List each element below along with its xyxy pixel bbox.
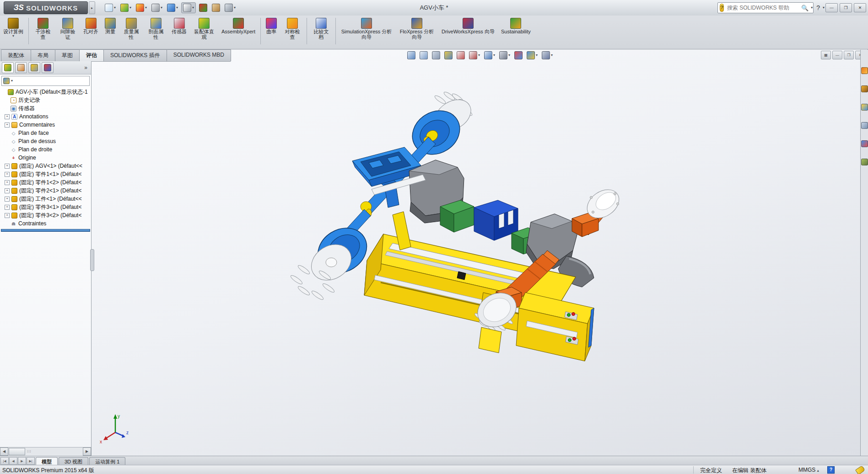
panel-splitter-grip[interactable] — [90, 249, 94, 271]
doc-window-menu-button[interactable]: ▦ — [821, 51, 831, 59]
rollback-bar[interactable] — [1, 229, 90, 232]
filter-caret[interactable]: ▾ — [11, 79, 13, 83]
undo-button[interactable]: ▾ — [166, 3, 179, 13]
featuremanager-tab[interactable] — [2, 62, 14, 73]
appearances-scenes-tab[interactable] — [861, 140, 868, 149]
expander-icon[interactable]: + — [5, 122, 10, 128]
zoom-to-area-button[interactable] — [420, 51, 428, 59]
tab-layout[interactable]: 布局 — [31, 49, 55, 61]
tree-item-plan-de-droite[interactable]: ◇Plan de droite — [0, 145, 91, 154]
view-orientation-caret[interactable]: ▾ — [478, 53, 480, 57]
print-document-button[interactable]: ▾ — [150, 3, 164, 13]
hide-show-items-caret[interactable]: ▾ — [508, 53, 510, 57]
next-tab-button[interactable]: ▶ — [18, 457, 26, 465]
tab-sketch[interactable]: 草图 — [55, 49, 80, 61]
tree-item-plan-de-dessus[interactable]: ◇Plan de dessus — [0, 137, 91, 145]
help-search-input[interactable] — [726, 4, 799, 11]
view-settings-caret[interactable]: ▾ — [551, 53, 553, 57]
scroll-left-button[interactable]: ◀ — [0, 447, 8, 456]
expander-icon[interactable]: + — [5, 172, 10, 177]
expander-icon[interactable]: + — [5, 114, 10, 119]
tree-item-sensors[interactable]: ◉传感器 — [0, 104, 91, 112]
help-caret[interactable]: ▾ — [823, 6, 825, 10]
bottom-tab-3d-views[interactable]: 3D 视图 — [59, 457, 88, 465]
view-palette-tab[interactable] — [861, 122, 868, 131]
search-options-caret[interactable]: ▾ — [811, 6, 813, 10]
previous-view-button[interactable] — [432, 51, 440, 59]
new-document-caret[interactable]: ▾ — [114, 6, 116, 10]
expander-icon[interactable]: + — [5, 164, 10, 169]
search-icon[interactable]: 🔍 — [801, 5, 809, 11]
zoom-to-fit-button[interactable] — [407, 51, 415, 59]
window-restore-button[interactable]: ❐ — [840, 3, 852, 12]
tab-mbd[interactable]: SOLIDWORKS MBD — [167, 49, 231, 61]
rebuild-traffic-light-button[interactable] — [198, 3, 209, 13]
tree-item-workpiece-1[interactable]: +(固定) 工件<1> (Défaut<< — [0, 195, 91, 203]
select-tool-button[interactable]: ▾ — [181, 2, 196, 13]
bottom-tab-model[interactable]: 模型 — [36, 457, 58, 465]
tree-item-origine[interactable]: +Origine — [0, 154, 91, 162]
ribbon-assemblyxpert[interactable]: AssemblyXpert — [221, 18, 255, 34]
paste-clipboard-button[interactable] — [210, 3, 221, 13]
status-tag-icon[interactable] — [855, 465, 865, 474]
first-tab-button[interactable]: |◀ — [0, 457, 9, 465]
status-help-button[interactable]: ? — [827, 466, 835, 474]
help-search-box[interactable]: ? 🔍 ▾ — [717, 2, 814, 13]
apply-scene-caret[interactable]: ▾ — [536, 53, 538, 57]
pane-tabs-overflow[interactable]: » — [84, 64, 89, 71]
options-button[interactable]: ▾ — [223, 3, 237, 13]
tab-assembly[interactable]: 装配体 — [1, 49, 31, 61]
edit-appearance-button[interactable] — [514, 51, 523, 59]
save-document-button[interactable]: ▾ — [135, 3, 148, 13]
prev-tab-button[interactable]: ◀ — [9, 457, 17, 465]
ribbon-sensor[interactable]: 传感器 — [172, 18, 187, 34]
ribbon-simulationxpress-wizard[interactable]: SimulationXpress 分析向导 — [341, 18, 392, 40]
tree-item-annotations[interactable]: +AAnnotations — [0, 112, 91, 121]
save-document-caret[interactable]: ▾ — [145, 6, 147, 10]
options-caret[interactable]: ▾ — [234, 6, 236, 10]
displaymanager-tab[interactable] — [42, 62, 54, 73]
print-document-caret[interactable]: ▾ — [161, 6, 162, 10]
open-document-caret[interactable]: ▾ — [129, 6, 131, 10]
scroll-thumb[interactable] — [9, 448, 25, 455]
view-settings-button[interactable]: ▾ — [542, 51, 553, 59]
propertymanager-tab[interactable] — [15, 62, 27, 73]
help-icon[interactable]: ? — [816, 4, 820, 11]
ribbon-compare-documents[interactable]: 比较文档 — [312, 18, 330, 40]
ribbon-clearance-verification[interactable]: 间隙验证 — [59, 18, 77, 40]
hide-show-items-button[interactable]: ▾ — [499, 51, 510, 59]
bottom-tab-motion-study-1[interactable]: 运动算例 1 — [89, 457, 125, 465]
expander-icon[interactable]: + — [5, 197, 10, 202]
expander-icon[interactable]: + — [5, 213, 10, 218]
tree-item-plan-de-face[interactable]: ◇Plan de face — [0, 129, 91, 137]
tree-item-agv-1[interactable]: +(固定) AGV<1> (Défaut<< — [0, 162, 91, 170]
ribbon-mass-properties[interactable]: 质量属性 — [122, 18, 140, 40]
window-close-button[interactable]: ✕ — [854, 3, 866, 12]
scroll-right-button[interactable]: ▶ — [83, 447, 91, 456]
solidworks-resources-tab[interactable] — [861, 67, 868, 76]
ribbon-symmetry-check[interactable]: 对称检查 — [283, 18, 302, 40]
ribbon-interference-check[interactable]: 干涉检查 — [34, 18, 52, 40]
tree-item-part2-1[interactable]: +(固定) 零件2<1> (Défaut< — [0, 186, 91, 195]
ribbon-design-study-caret[interactable]: ▾ — [12, 34, 14, 38]
ribbon-floxpress-wizard[interactable]: FloXpress 分析向导 — [399, 18, 435, 40]
panel-horizontal-scrollbar[interactable]: ◀ ⁞⁞⁞ ▶ — [0, 447, 91, 455]
tree-item-part3-1[interactable]: +(固定) 零件3<1> (Défaut< — [0, 203, 91, 211]
expander-icon[interactable]: + — [5, 180, 10, 185]
tree-item-contraintes[interactable]: ⋒Contraintes — [0, 219, 91, 228]
ribbon-section-properties[interactable]: 剖面属性 — [147, 18, 165, 40]
doc-restore-button[interactable]: ❐ — [844, 51, 854, 59]
last-tab-button[interactable]: ▶| — [27, 457, 35, 465]
design-library-tab[interactable] — [861, 85, 868, 94]
expander-icon[interactable]: + — [5, 188, 10, 193]
open-document-button[interactable]: ▾ — [119, 3, 133, 13]
ribbon-driveworksxpress-wizard[interactable]: DriveWorksXpress 向导 — [442, 18, 495, 34]
undo-caret[interactable]: ▾ — [176, 6, 178, 10]
doc-minimize-button[interactable]: — — [832, 51, 842, 59]
rotate-view-button[interactable] — [457, 51, 465, 59]
tree-item-root-assembly[interactable]: AGV小车 (Défaut<显示状态-1 — [0, 88, 91, 96]
tree-item-part3-2[interactable]: +(固定) 零件3<2> (Défaut< — [0, 211, 91, 219]
select-tool-caret[interactable]: ▾ — [192, 6, 194, 10]
display-style-caret[interactable]: ▾ — [493, 53, 495, 57]
ribbon-design-study[interactable]: 设计算例▾ — [3, 18, 23, 38]
